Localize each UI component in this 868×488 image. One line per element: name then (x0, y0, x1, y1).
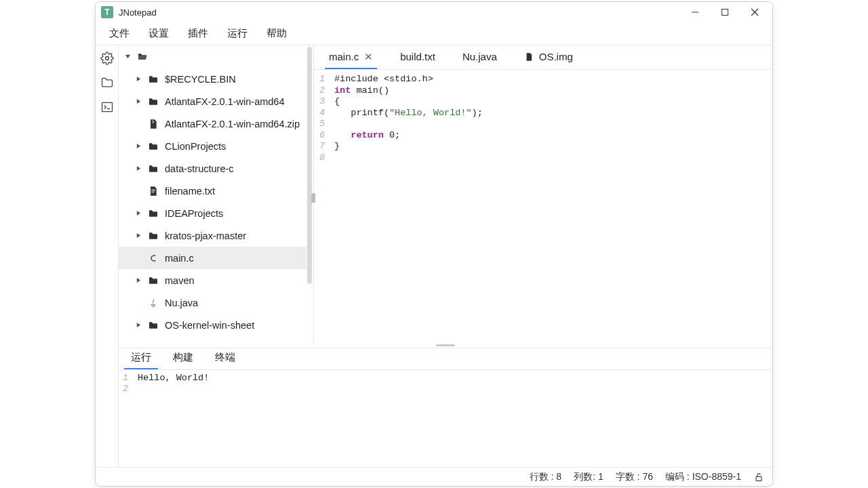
tree-item-label: Nu.java (165, 298, 198, 308)
left-sidebar (96, 45, 119, 467)
editor-tab-bar: main.c✕build.txtNu.javaOS.img (314, 45, 772, 70)
app-icon: T (101, 6, 113, 18)
tree-item-CLionProjects[interactable]: CLionProjects (119, 135, 307, 157)
tab-close-icon[interactable]: ✕ (364, 52, 373, 62)
txt-icon (147, 186, 159, 197)
editor-tab-Nu.java[interactable]: Nu.java (458, 45, 501, 69)
menu-run[interactable]: 运行 (218, 23, 257, 44)
file-icon (524, 52, 534, 62)
tab-label: Nu.java (462, 51, 497, 62)
main-area: $RECYCLE.BIN AtlantaFX-2.0.1-win-amd64 A… (119, 45, 772, 467)
svg-marker-7 (125, 55, 130, 58)
tree-item-$RECYCLE.BIN[interactable]: $RECYCLE.BIN (119, 68, 307, 90)
gear-icon[interactable] (100, 51, 115, 66)
menu-help[interactable]: 帮助 (257, 23, 296, 44)
svg-rect-5 (102, 102, 112, 111)
editor-tab-main.c[interactable]: main.c✕ (325, 45, 377, 69)
app-body: $RECYCLE.BIN AtlantaFX-2.0.1-win-amd64 A… (96, 45, 772, 467)
console-pane: 运行 构建 终端 1 2 Hello, World! (119, 348, 772, 467)
editor-tab-build.txt[interactable]: build.txt (396, 45, 439, 69)
svg-marker-20 (136, 278, 140, 283)
status-encoding: 编码 : ISO-8859-1 (665, 471, 741, 483)
console-tab-run[interactable]: 运行 (124, 347, 158, 369)
chevron-right-icon (135, 232, 142, 239)
tree-item-label: maven (165, 275, 195, 286)
tree-item-label: AtlantaFX-2.0.1-win-amd64.zip (165, 119, 300, 129)
tab-label: build.txt (400, 51, 435, 62)
maximize-button[interactable] (710, 2, 740, 22)
console-tab-bar: 运行 构建 终端 (119, 348, 772, 370)
horizontal-splitter[interactable] (119, 344, 772, 348)
tree-item-OS-kernel-win-sheet[interactable]: OS-kernel-win-sheet (119, 314, 307, 336)
tree-item-label: kratos-pjax-master (165, 230, 246, 241)
tree-root[interactable] (119, 45, 307, 68)
tree-item-maven[interactable]: maven (119, 269, 307, 291)
chevron-right-icon (135, 98, 142, 104)
tree-item-label: $RECYCLE.BIN (165, 74, 236, 85)
tree-item-label: data-structure-c (165, 163, 234, 174)
editor-pane: main.c✕build.txtNu.javaOS.img 1 2 3 4 5 … (314, 45, 772, 344)
svg-marker-9 (136, 99, 140, 104)
tree-item-AtlantaFX-2.0.1-win-amd64[interactable]: AtlantaFX-2.0.1-win-amd64 (119, 90, 307, 113)
tree-item-filename.txt[interactable]: filename.txt (119, 180, 307, 202)
folder-icon (147, 230, 159, 241)
svg-rect-15 (151, 189, 155, 190)
console-output-text: Hello, World! (131, 373, 209, 467)
tree-item-Nu.java[interactable]: Nu.java (119, 291, 307, 314)
line-gutter: 1 2 3 4 5 6 7 8 (315, 74, 328, 344)
menu-plugins[interactable]: 插件 (178, 23, 218, 44)
folder-icon (147, 208, 159, 219)
chevron-right-icon (135, 165, 142, 171)
svg-marker-8 (136, 77, 140, 81)
tree-item-kratos-pjax-master[interactable]: kratos-pjax-master (119, 224, 307, 247)
tree-item-AtlantaFX-2.0.1-win-amd64.zip[interactable]: AtlantaFX-2.0.1-win-amd64.zip (119, 113, 307, 135)
svg-marker-19 (136, 233, 140, 238)
tree-scrollbar[interactable] (307, 47, 312, 284)
status-cols: 列数: 1 (574, 471, 604, 483)
app-title: JNotepad (119, 7, 157, 18)
chevron-right-icon (135, 322, 142, 328)
menu-settings[interactable]: 设置 (139, 23, 178, 44)
svg-marker-18 (136, 211, 140, 216)
vertical-splitter-handle[interactable] (311, 193, 315, 203)
tree-item-label: OS-kernel-win-sheet (165, 320, 254, 331)
chevron-right-icon (135, 76, 142, 82)
tree-item-label: filename.txt (165, 186, 215, 197)
svg-rect-10 (153, 120, 153, 121)
tab-label: OS.img (539, 51, 573, 62)
chevron-right-icon (135, 143, 142, 149)
file-tree-pane: $RECYCLE.BIN AtlantaFX-2.0.1-win-amd64 A… (119, 45, 314, 344)
chevron-right-icon (135, 277, 142, 283)
folder-open-icon (136, 52, 149, 62)
tree-item-label: CLionProjects (165, 141, 226, 152)
menu-file[interactable]: 文件 (100, 23, 139, 44)
code-editor[interactable]: 1 2 3 4 5 6 7 8 #include <stdio.h> int m… (314, 70, 772, 344)
editor-tab-OS.img[interactable]: OS.img (520, 45, 577, 69)
console-tab-terminal[interactable]: 终端 (208, 347, 242, 369)
tab-label: main.c (329, 51, 359, 62)
lock-icon[interactable] (753, 472, 764, 483)
svg-marker-14 (136, 166, 140, 171)
close-button[interactable] (740, 2, 770, 22)
tree-item-data-structure-c[interactable]: data-structure-c (119, 157, 307, 180)
folder-icon (147, 320, 159, 331)
code-body[interactable]: #include <stdio.h> int main() { printf("… (328, 74, 772, 344)
java-icon (147, 298, 159, 308)
terminal-icon[interactable] (100, 100, 115, 115)
tree-item-label: AtlantaFX-2.0.1-win-amd64 (165, 96, 285, 107)
svg-marker-21 (136, 323, 140, 327)
status-bar: 行数 : 8 列数: 1 字数 : 76 编码 : ISO-8859-1 (96, 467, 772, 486)
console-output[interactable]: 1 2 Hello, World! (119, 370, 772, 467)
minimize-button[interactable] (680, 2, 710, 22)
tree-item-main.c[interactable]: main.c (119, 247, 307, 269)
folder-icon (147, 275, 159, 286)
titlebar[interactable]: T JNotepad (96, 2, 772, 22)
svg-rect-16 (151, 190, 155, 191)
tree-item-label: IDEAProjects (165, 208, 223, 219)
status-rows: 行数 : 8 (530, 471, 561, 483)
tree-item-IDEAProjects[interactable]: IDEAProjects (119, 202, 307, 224)
console-tab-build[interactable]: 构建 (166, 347, 200, 369)
chevron-down-icon (124, 54, 131, 60)
folder-icon (147, 163, 159, 174)
folder-icon[interactable] (100, 75, 115, 90)
